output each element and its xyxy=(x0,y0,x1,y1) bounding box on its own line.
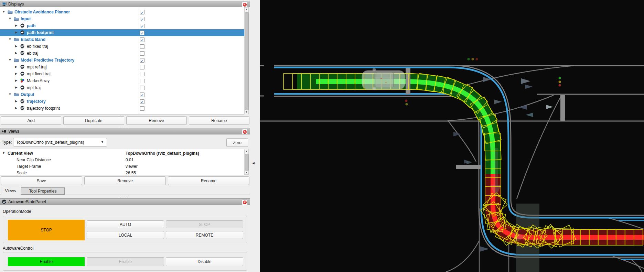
panel-collapse-handle[interactable]: ◄ xyxy=(251,161,255,165)
display-enabled-checkbox[interactable]: ✓ xyxy=(140,10,144,14)
property-row[interactable]: Scale 26.55 xyxy=(0,170,244,175)
displays-close-button[interactable]: ✕ xyxy=(242,2,248,8)
autoware-control-disable-button[interactable]: Disable xyxy=(166,257,243,266)
expand-arrow-icon[interactable]: ▶ xyxy=(14,31,18,34)
expand-arrow-icon[interactable]: ▶ xyxy=(14,72,18,75)
expand-arrow-icon[interactable]: ▼ xyxy=(2,151,5,155)
expand-arrow-icon[interactable]: ▶ xyxy=(14,79,18,82)
checkmark-icon: ✓ xyxy=(140,31,144,36)
display-enabled-checkbox[interactable] xyxy=(140,86,144,90)
rename-button[interactable]: Rename xyxy=(189,116,249,125)
expand-arrow-icon[interactable]: ▶ xyxy=(14,65,18,68)
display-enabled-checkbox[interactable]: ✓ xyxy=(140,37,144,42)
expand-arrow-icon[interactable]: ▼ xyxy=(8,93,12,96)
expand-arrow-icon[interactable]: ▼ xyxy=(2,10,6,13)
display-enabled-checkbox[interactable]: ✓ xyxy=(140,31,144,35)
expand-arrow-icon[interactable]: ▶ xyxy=(14,44,18,48)
current-view-property-table[interactable]: ▼ Current View TopDownOrtho (rviz_defaul… xyxy=(0,149,244,175)
scrollbar-thumb[interactable] xyxy=(245,154,249,171)
display-enabled-checkbox[interactable] xyxy=(140,65,144,69)
property-table-scrollbar[interactable]: ▲ ▼ xyxy=(244,149,249,175)
scroll-down-icon[interactable]: ▼ xyxy=(245,111,248,113)
display-enabled-checkbox[interactable] xyxy=(140,51,144,56)
tab-views[interactable]: Views xyxy=(1,187,20,195)
remove-button[interactable]: Remove xyxy=(126,116,187,125)
display-tree-row[interactable]: ▼ Model Predictive Trajectory ✓ xyxy=(0,57,244,64)
display-enabled-checkbox[interactable] xyxy=(140,106,144,111)
operation-mode-auto-button[interactable]: AUTO xyxy=(87,220,164,228)
display-tree-row[interactable]: ▶ path ✓ xyxy=(0,22,244,29)
displays-tree-scrollbar[interactable]: ▲ ▼ xyxy=(244,7,249,114)
view-type-dropdown[interactable]: TopDownOrtho (rviz_default_plugins) ▼ xyxy=(13,138,107,146)
property-value[interactable]: viewer xyxy=(126,164,138,169)
duplicate-button[interactable]: Duplicate xyxy=(63,116,124,125)
display-tree-row[interactable]: ▶ mpt ref traj xyxy=(0,64,244,70)
marker-icon xyxy=(20,78,25,83)
expand-arrow-icon[interactable]: ▼ xyxy=(8,17,12,20)
expand-arrow-icon[interactable]: ▶ xyxy=(14,106,18,110)
scroll-up-icon[interactable]: ▲ xyxy=(245,150,248,152)
operation-mode-remote-button[interactable]: REMOTE xyxy=(166,231,243,239)
display-tree-row[interactable]: ▼ Elastic Band ✓ xyxy=(0,36,244,43)
displays-panel-header[interactable]: Displays ✕ xyxy=(0,1,250,7)
display-tree-row[interactable]: ▼ Input ✓ xyxy=(0,15,244,22)
autoware-control-current-state: Enable xyxy=(8,257,85,266)
property-value[interactable]: 26.55 xyxy=(126,171,136,175)
autoware-control-group: Enable EnableDisable xyxy=(3,252,247,271)
display-tree-row[interactable]: ▶ eb traj xyxy=(0,50,244,57)
views-panel-header[interactable]: Views ✕ xyxy=(0,128,250,134)
road-curve xyxy=(613,256,644,269)
property-row[interactable]: Target Frame viewer xyxy=(0,163,244,170)
display-enabled-checkbox[interactable]: ✓ xyxy=(140,17,144,21)
views-close-button[interactable]: ✕ xyxy=(242,129,248,135)
expand-arrow-icon[interactable]: ▶ xyxy=(14,51,18,55)
traffic-light-dot xyxy=(468,58,470,61)
display-enabled-checkbox[interactable]: ✓ xyxy=(140,58,144,63)
tab-tool-properties[interactable]: Tool Properties xyxy=(21,187,65,195)
checkmark-icon: ✓ xyxy=(140,58,144,63)
autoware-control-label: AutowareControl xyxy=(3,246,33,251)
views-rename-button[interactable]: Rename xyxy=(168,176,249,185)
views-remove-button[interactable]: Remove xyxy=(84,176,166,185)
property-row[interactable]: Near Clip Distance 0.01 xyxy=(0,157,244,163)
checkmark-icon: ✓ xyxy=(140,93,144,98)
display-tree-row[interactable]: ▼ Obstacle Avoidance Planner ✓ xyxy=(0,9,244,15)
expand-arrow-icon[interactable]: ▶ xyxy=(14,86,18,89)
display-enabled-checkbox[interactable]: ✓ xyxy=(140,99,144,104)
display-enabled-checkbox[interactable]: ✓ xyxy=(140,93,144,97)
display-enabled-checkbox[interactable]: ✓ xyxy=(140,24,144,28)
operation-mode-current-state: STOP xyxy=(8,220,85,240)
display-tree-row[interactable]: ▶ path footprint ✓ xyxy=(0,29,244,36)
expand-arrow-icon[interactable]: ▼ xyxy=(8,37,12,41)
displays-tree[interactable]: ▼ Obstacle Avoidance Planner ✓ ▼ Input ✓… xyxy=(0,7,244,115)
rviz-3d-viewport[interactable] xyxy=(260,0,644,272)
expand-arrow-icon[interactable]: ▶ xyxy=(14,99,18,103)
display-tree-row[interactable]: ▶ mpt traj xyxy=(0,84,244,91)
scroll-up-icon[interactable]: ▲ xyxy=(245,8,248,11)
expand-arrow-icon[interactable]: ▶ xyxy=(14,24,18,27)
display-name-label: path xyxy=(27,23,35,28)
display-tree-row[interactable]: ▶ eb fixed traj xyxy=(0,43,244,50)
state-panel-close-button[interactable]: ✕ xyxy=(242,199,248,205)
display-tree-row[interactable]: ▶ mpt fixed traj xyxy=(0,70,244,77)
display-tree-row[interactable]: ▶ trajectory ✓ xyxy=(0,98,244,105)
display-name-label: trajectory footprint xyxy=(27,106,60,111)
display-enabled-checkbox[interactable] xyxy=(140,72,144,76)
display-enabled-checkbox[interactable] xyxy=(140,79,144,83)
display-enabled-checkbox[interactable] xyxy=(140,44,144,49)
zero-button[interactable]: Zero xyxy=(226,138,248,147)
add-button[interactable]: Add xyxy=(1,116,61,125)
scroll-down-icon[interactable]: ▼ xyxy=(245,171,248,174)
operation-mode-local-button[interactable]: LOCAL xyxy=(87,231,164,239)
expand-arrow-icon[interactable]: ▼ xyxy=(8,58,12,62)
property-value[interactable]: TopDownOrtho (rviz_default_plugins) xyxy=(126,151,199,156)
property-row[interactable]: ▼ Current View TopDownOrtho (rviz_defaul… xyxy=(0,150,244,157)
display-tree-row[interactable]: ▶ trajectory footprint xyxy=(0,105,244,112)
display-tree-row[interactable]: ▼ Output ✓ xyxy=(0,91,244,98)
scrollbar-thumb[interactable] xyxy=(245,12,249,110)
panel-splitter[interactable]: ······ xyxy=(0,196,250,198)
save-button[interactable]: Save xyxy=(1,176,82,185)
autoware-state-panel-header[interactable]: AutowareStatePanel ✕ xyxy=(0,198,250,205)
property-value[interactable]: 0.01 xyxy=(126,157,133,162)
display-tree-row[interactable]: ▶ MarkerArray xyxy=(0,77,244,84)
